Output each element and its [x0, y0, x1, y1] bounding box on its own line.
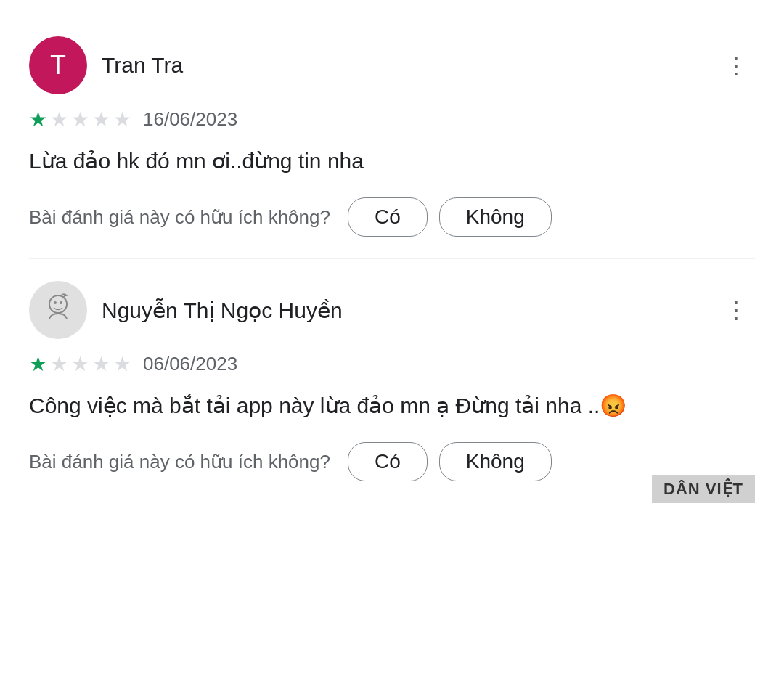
review-date-2: 06/06/2023 [143, 353, 237, 375]
reviewer-name-1: Tran Tra [102, 53, 183, 78]
review-text-1: Lừa đảo hk đó mn ơi..đừng tin nha [29, 144, 755, 177]
svg-point-1 [54, 301, 57, 304]
review-card-2: Nguyễn Thị Ngọc Huyền ⋮ ★ ★ ★ ★ ★ 06/06/… [29, 266, 755, 503]
svg-point-2 [60, 301, 62, 304]
helpful-question-2: Bài đánh giá này có hữu ích không? [29, 451, 330, 473]
reviewer-left-2: Nguyễn Thị Ngọc Huyền [29, 281, 343, 339]
rating-row-1: ★ ★ ★ ★ ★ 16/06/2023 [29, 107, 755, 131]
star-2-5: ★ [113, 352, 131, 376]
helpful-buttons-2: Có Không [348, 442, 552, 481]
avatar-2 [29, 281, 87, 339]
review-card-1: T Tran Tra ⋮ ★ ★ ★ ★ ★ 16/06/2023 Lừa đả… [29, 22, 755, 259]
star-2-2: ★ [50, 352, 68, 376]
helpful-yes-button-1[interactable]: Có [348, 197, 428, 237]
avatar-1: T [29, 36, 87, 94]
svg-point-0 [49, 295, 67, 313]
helpful-row-2: Bài đánh giá này có hữu ích không? Có Kh… [29, 442, 755, 481]
stars-2: ★ ★ ★ ★ ★ [29, 352, 131, 376]
star-1-3: ★ [71, 107, 89, 131]
reviewer-header-1: T Tran Tra ⋮ [29, 36, 755, 94]
star-2-1: ★ [29, 352, 47, 376]
avatar-initials-1: T [50, 50, 66, 81]
reviewer-name-2: Nguyễn Thị Ngọc Huyền [102, 298, 343, 323]
rating-row-2: ★ ★ ★ ★ ★ 06/06/2023 [29, 352, 755, 376]
helpful-no-button-1[interactable]: Không [439, 197, 552, 237]
reviews-container: T Tran Tra ⋮ ★ ★ ★ ★ ★ 16/06/2023 Lừa đả… [0, 0, 784, 525]
review-date-1: 16/06/2023 [143, 108, 237, 131]
star-1-2: ★ [50, 107, 68, 131]
reviewer-header-2: Nguyễn Thị Ngọc Huyền ⋮ [29, 281, 755, 339]
helpful-buttons-1: Có Không [348, 197, 552, 237]
reviewer-left-1: T Tran Tra [29, 36, 183, 94]
star-1-4: ★ [92, 107, 110, 131]
more-options-button-1[interactable]: ⋮ [719, 48, 755, 83]
helpful-row-1: Bài đánh giá này có hữu ích không? Có Kh… [29, 197, 755, 237]
review-text-2: Công việc mà bắt tải app này lừa đảo mn … [29, 389, 755, 422]
star-1-1: ★ [29, 107, 47, 131]
stars-1: ★ ★ ★ ★ ★ [29, 107, 131, 131]
star-2-3: ★ [71, 352, 89, 376]
helpful-no-button-2[interactable]: Không [439, 442, 552, 481]
helpful-yes-button-2[interactable]: Có [348, 442, 428, 481]
helpful-question-1: Bài đánh giá này có hữu ích không? [29, 206, 330, 229]
star-1-5: ★ [113, 107, 131, 131]
more-options-button-2[interactable]: ⋮ [719, 293, 755, 327]
star-2-4: ★ [92, 352, 110, 376]
watermark-badge: DÂN VIỆT [652, 475, 755, 503]
